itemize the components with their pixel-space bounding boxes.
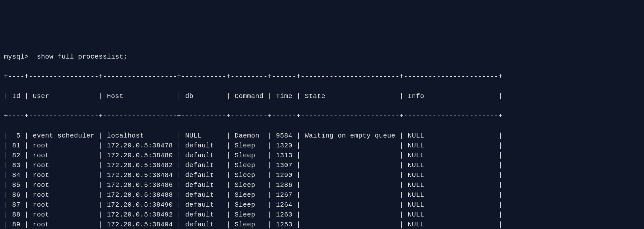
table-row: | 87 | root | 172.20.0.5:38490 | default… <box>4 200 640 210</box>
table-header-row: | Id | User | Host | db | Command | Time… <box>4 91 640 101</box>
command-prompt-line: mysql> show full processlist; <box>4 52 640 62</box>
table-row: | 81 | root | 172.20.0.5:38478 | default… <box>4 141 640 151</box>
table-row: | 85 | root | 172.20.0.5:38486 | default… <box>4 180 640 190</box>
table-row: | 89 | root | 172.20.0.5:38494 | default… <box>4 220 640 229</box>
table-row: | 88 | root | 172.20.0.5:38492 | default… <box>4 210 640 220</box>
table-row: | 82 | root | 172.20.0.5:38480 | default… <box>4 151 640 161</box>
table-border-top: +----+-----------------+----------------… <box>4 72 640 82</box>
table-body: | 5 | event_scheduler | localhost | NULL… <box>4 131 640 229</box>
table-border-mid: +----+-----------------+----------------… <box>4 111 640 121</box>
table-row: | 5 | event_scheduler | localhost | NULL… <box>4 131 640 141</box>
table-row: | 83 | root | 172.20.0.5:38482 | default… <box>4 161 640 170</box>
table-row: | 86 | root | 172.20.0.5:38488 | default… <box>4 190 640 200</box>
table-row: | 84 | root | 172.20.0.5:38484 | default… <box>4 170 640 180</box>
terminal-output: mysql> show full processlist; +----+----… <box>4 42 640 229</box>
